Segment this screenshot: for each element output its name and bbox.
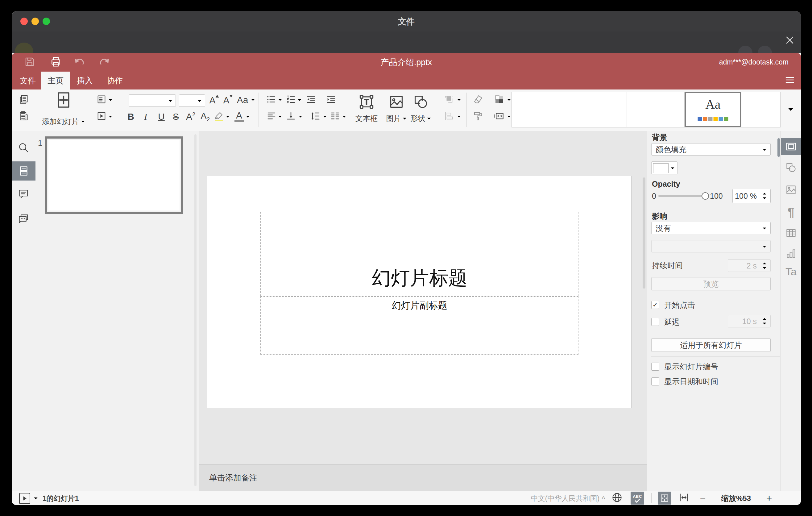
font-color-button[interactable]: A — [234, 111, 244, 122]
superscript-button[interactable]: A2 — [186, 111, 195, 122]
insert-shape-button[interactable]: 形状 — [408, 91, 434, 128]
horizontal-align-button[interactable] — [266, 111, 277, 122]
apply-to-all-slides-button[interactable]: 适用于所有幻灯片 — [651, 338, 771, 352]
decrease-font-button[interactable]: A — [223, 95, 233, 106]
image-settings-tab[interactable] — [785, 184, 797, 197]
slide-thumbnail-selected[interactable] — [45, 136, 183, 214]
title-placeholder[interactable]: 幻灯片标题 — [260, 212, 578, 296]
highlight-chevron[interactable] — [226, 115, 230, 118]
align-objects-chevron[interactable] — [457, 115, 461, 118]
theme-colors-button[interactable] — [494, 94, 505, 106]
fit-width-button[interactable] — [679, 492, 689, 504]
zoom-in-button[interactable]: + — [766, 492, 772, 504]
slide-layout-chevron[interactable] — [108, 99, 113, 102]
increase-indent-button[interactable] — [326, 94, 336, 106]
comments-icon[interactable] — [18, 188, 29, 201]
close-document-button[interactable] — [785, 35, 795, 47]
copy-button[interactable] — [19, 94, 29, 106]
spellcheck-toggle-active[interactable]: ABC — [631, 492, 644, 505]
line-spacing-chevron[interactable] — [323, 115, 327, 118]
change-case-chevron[interactable] — [251, 99, 255, 102]
numbered-list-button[interactable] — [286, 94, 296, 106]
shape-settings-tab[interactable] — [785, 162, 797, 175]
add-slide-button[interactable]: 添加幻灯片 — [45, 91, 82, 128]
increase-font-button[interactable]: A — [209, 95, 219, 106]
bold-button[interactable]: B — [127, 111, 134, 122]
print-button[interactable] — [50, 56, 62, 69]
arrange-chevron[interactable] — [457, 99, 461, 102]
subtitle-placeholder[interactable]: 幻灯片副标题 — [260, 296, 578, 354]
tab-collaboration[interactable]: 协作 — [105, 75, 125, 86]
macos-minimize-button[interactable] — [31, 18, 39, 25]
decrease-indent-button[interactable] — [306, 94, 316, 106]
slideshow-mode-chevron[interactable] — [34, 497, 38, 500]
slide-size-chevron[interactable] — [507, 115, 511, 118]
thumbnails-scrollbar[interactable] — [194, 134, 197, 486]
start-slideshow-button[interactable] — [96, 111, 107, 122]
notes-area[interactable]: 单击添加备注 — [199, 464, 647, 491]
textbox-button[interactable]: 文本框 — [353, 91, 379, 128]
show-date-time-checkbox[interactable] — [651, 377, 659, 385]
theme-colors-chevron[interactable] — [507, 99, 511, 102]
slide-settings-tab-active[interactable] — [781, 138, 801, 155]
slide-layout-button[interactable] — [96, 94, 107, 106]
tab-file[interactable]: 文件 — [18, 75, 38, 86]
background-fill-select[interactable]: 颜色填充 — [651, 143, 771, 155]
opacity-spinner[interactable]: 100 % — [732, 189, 771, 203]
preview-button-disabled[interactable]: 预览 — [651, 277, 771, 290]
theme-option-selected[interactable]: Aa — [685, 92, 741, 127]
redo-button[interactable] — [98, 56, 110, 69]
font-size-select[interactable] — [179, 94, 205, 107]
theme-option[interactable] — [569, 92, 627, 127]
slides-panel-tab-active[interactable] — [12, 162, 35, 180]
duration-spinner-disabled[interactable]: 2 s — [728, 259, 771, 272]
align-objects-button[interactable] — [444, 111, 455, 122]
tab-home[interactable]: 主页 — [41, 71, 70, 89]
horizontal-align-chevron[interactable] — [278, 115, 282, 118]
chart-settings-tab[interactable] — [785, 248, 797, 261]
table-settings-tab[interactable] — [785, 227, 797, 240]
macos-close-button[interactable] — [20, 18, 28, 25]
vertical-align-chevron[interactable] — [298, 115, 303, 118]
slide-canvas[interactable]: 幻灯片标题 幻灯片副标题 — [207, 176, 632, 408]
theme-option[interactable] — [741, 92, 780, 127]
insert-image-button[interactable]: 图片 — [383, 91, 409, 128]
effect-select[interactable]: 没有 — [651, 222, 771, 234]
background-color-swatch[interactable] — [651, 162, 677, 174]
bullet-list-chevron[interactable] — [278, 99, 282, 102]
chat-icon[interactable] — [18, 212, 29, 226]
theme-gallery-expand-chevron[interactable] — [788, 108, 794, 112]
panel-scrollbar-thumb[interactable] — [778, 138, 780, 157]
undo-button[interactable] — [74, 56, 86, 69]
document-language-icon[interactable] — [611, 492, 622, 504]
paragraph-settings-tab[interactable]: ¶ — [788, 205, 794, 219]
line-spacing-button[interactable] — [310, 111, 321, 122]
opacity-slider-thumb[interactable] — [701, 192, 709, 200]
copy-style-button[interactable] — [473, 111, 484, 122]
underline-button[interactable]: U — [158, 111, 165, 122]
columns-button[interactable] — [330, 111, 340, 122]
font-color-chevron[interactable] — [245, 115, 250, 118]
macos-zoom-button[interactable] — [42, 18, 50, 25]
start-on-click-checkbox[interactable]: ✓ — [651, 301, 659, 309]
opacity-slider-track[interactable] — [658, 195, 705, 197]
show-slide-number-checkbox[interactable] — [651, 363, 659, 371]
theme-option[interactable] — [512, 92, 569, 127]
clear-style-button[interactable] — [473, 94, 484, 106]
change-case-button[interactable]: Aa — [237, 95, 248, 105]
save-button[interactable] — [24, 56, 35, 68]
zoom-out-button[interactable]: − — [700, 492, 706, 504]
delay-spinner-disabled[interactable]: 10 s — [728, 315, 771, 327]
paste-button[interactable] — [19, 111, 29, 122]
delay-checkbox[interactable] — [651, 318, 659, 326]
slide-size-button[interactable] — [494, 111, 505, 123]
start-slideshow-status-button[interactable] — [19, 493, 30, 504]
columns-chevron[interactable] — [342, 115, 346, 118]
textart-settings-tab[interactable]: Ta — [785, 266, 796, 278]
numbered-list-chevron[interactable] — [297, 99, 302, 102]
bullet-list-button[interactable] — [266, 94, 277, 106]
italic-button[interactable]: I — [144, 111, 147, 122]
font-name-select[interactable] — [129, 94, 176, 107]
canvas-scrollbar[interactable] — [643, 177, 645, 289]
fit-slide-toggle-active[interactable] — [658, 492, 671, 505]
